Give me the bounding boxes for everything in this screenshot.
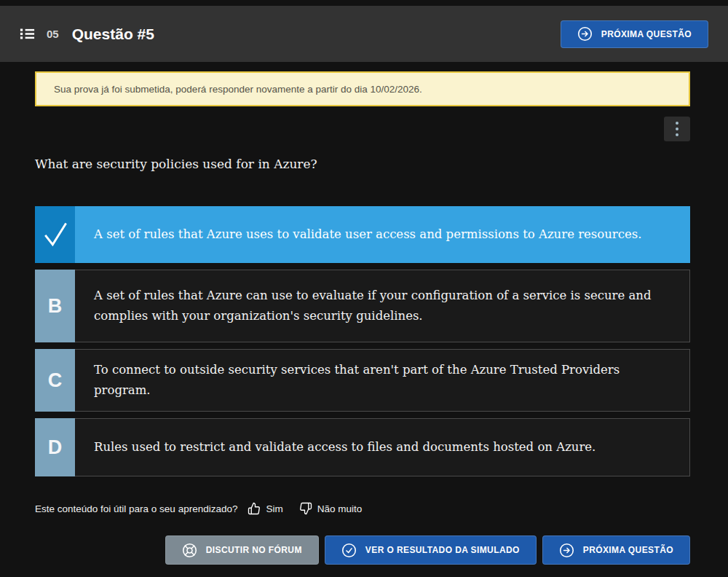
next-question-button-bottom[interactable]: PRÓXIMA QUESTÃO (542, 535, 690, 565)
check-circle-icon (341, 543, 357, 558)
question-list-menu-icon[interactable] (16, 23, 38, 45)
page-title: Questão #5 (72, 25, 154, 43)
feedback-yes-button[interactable]: Sim (248, 502, 282, 515)
submission-notice-banner: Sua prova já foi submetida, poderá respo… (35, 71, 690, 106)
option-d-badge: D (35, 418, 75, 476)
next-question-button-bottom-label: PRÓXIMA QUESTÃO (583, 545, 673, 555)
option-c-text: To connect to outside security services … (75, 349, 690, 412)
answer-option-a-selected[interactable]: A set of rules that Azure uses to valida… (35, 206, 690, 263)
feedback-prompt: Este conteúdo foi útil para o seu aprend… (35, 503, 237, 514)
discuss-forum-button-label: DISCUTIR NO FÓRUM (206, 545, 302, 555)
see-result-button-label: VER O RESULTADO DA SIMULADO (365, 545, 520, 555)
option-c-badge: C (35, 349, 75, 412)
life-buoy-icon (182, 543, 197, 558)
arrow-right-circle-icon (559, 543, 574, 558)
submission-notice-text: Sua prova já foi submetida, poderá respo… (54, 84, 422, 95)
see-result-button[interactable]: VER O RESULTADO DA SIMULADO (325, 535, 537, 565)
answer-option-c[interactable]: C To connect to outside security service… (35, 349, 690, 412)
answer-option-b[interactable]: B A set of rules that Azure can use to e… (35, 270, 690, 342)
feedback-yes-label: Sim (266, 503, 282, 514)
check-icon (39, 219, 71, 251)
thumbs-up-icon (248, 502, 261, 515)
option-a-badge (35, 206, 75, 263)
question-number: 05 (47, 28, 59, 40)
arrow-right-circle-icon (577, 26, 593, 42)
feedback-no-button[interactable]: Não muito (299, 502, 363, 515)
option-b-badge: B (35, 270, 75, 342)
option-d-text: Rules used to restrict and validate acce… (75, 418, 690, 476)
next-question-button-top[interactable]: PRÓXIMA QUESTÃO (561, 20, 708, 48)
feedback-row: Este conteúdo foi útil para o seu aprend… (35, 502, 690, 515)
main-content: Sua prova já foi submetida, poderá respo… (0, 71, 728, 565)
feedback-no-label: Não muito (317, 503, 363, 514)
option-b-text: A set of rules that Azure can use to eva… (75, 270, 690, 342)
question-text: What are security policies used for in A… (35, 157, 690, 171)
header-bar: 05 Questão #5 PRÓXIMA QUESTÃO (0, 6, 728, 62)
answer-options: A set of rules that Azure uses to valida… (35, 206, 690, 476)
thumbs-down-icon (299, 502, 312, 515)
top-gap (0, 0, 728, 6)
footer-actions: DISCUTIR NO FÓRUM VER O RESULTADO DA SIM… (35, 535, 690, 565)
option-a-text: A set of rules that Azure uses to valida… (75, 206, 690, 263)
discuss-forum-button[interactable]: DISCUTIR NO FÓRUM (165, 535, 319, 565)
more-options-kebab-icon[interactable] (664, 117, 690, 141)
answer-option-d[interactable]: D Rules used to restrict and validate ac… (35, 418, 690, 476)
next-question-button-label: PRÓXIMA QUESTÃO (601, 29, 692, 39)
